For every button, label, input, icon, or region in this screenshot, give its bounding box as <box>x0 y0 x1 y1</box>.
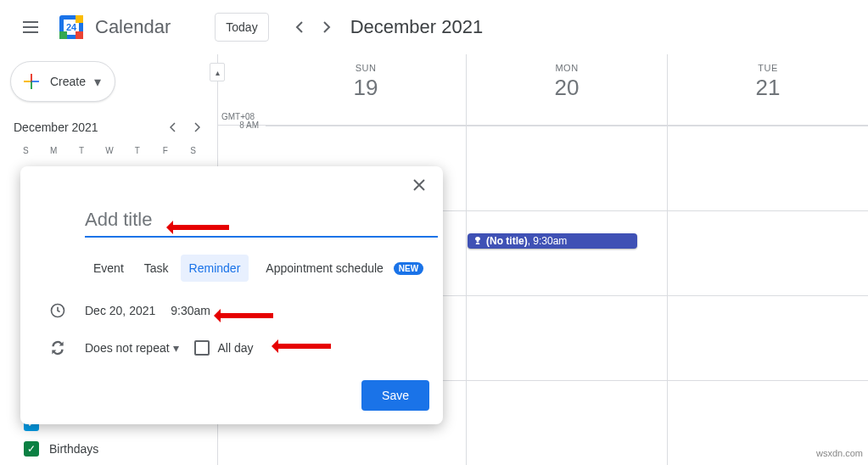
allday-checkbox[interactable] <box>194 340 210 356</box>
prev-period-button[interactable] <box>286 14 313 41</box>
grid-cell[interactable] <box>668 211 868 295</box>
svg-rect-3 <box>59 31 67 39</box>
today-button[interactable]: Today <box>215 13 268 42</box>
allday-label: All day <box>218 341 254 355</box>
time-field[interactable]: 9:30am <box>171 304 210 317</box>
svg-text:24: 24 <box>66 22 77 32</box>
date-nav <box>286 14 340 41</box>
svg-rect-9 <box>32 81 39 82</box>
calendar-logo: 24 <box>54 10 88 44</box>
event-type-tabs: Event Task Reminder Appointment schedule… <box>85 255 433 282</box>
day-header[interactable]: TUE 21 <box>668 54 868 125</box>
mini-weekdays: SMTWTFS <box>10 146 207 155</box>
mini-prev-button[interactable] <box>163 117 183 137</box>
mini-calendar-header: December 2021 <box>10 117 207 137</box>
grid-cell[interactable] <box>467 211 668 295</box>
day-of-week: SUN <box>266 63 466 73</box>
weekday-label: S <box>179 146 207 155</box>
clock-icon <box>31 302 85 319</box>
current-date-range[interactable]: December 2021 <box>350 16 484 38</box>
svg-rect-4 <box>76 31 83 39</box>
close-icon <box>412 178 426 192</box>
close-button[interactable] <box>406 171 433 199</box>
grid-cell[interactable] <box>467 381 668 465</box>
annotation-arrow <box>275 344 331 349</box>
svg-rect-7 <box>24 81 31 82</box>
weekday-label: M <box>40 146 68 155</box>
grid-cell[interactable] <box>668 296 868 380</box>
tab-reminder[interactable]: Reminder <box>181 255 249 282</box>
day-number: 19 <box>266 75 466 101</box>
title-input[interactable] <box>85 204 438 238</box>
plus-icon <box>21 71 42 92</box>
app-header: 24 Calendar Today December 2021 <box>0 0 868 54</box>
next-period-button[interactable] <box>313 14 340 41</box>
weekday-label: W <box>96 146 124 155</box>
create-reminder-dialog: Event Task Reminder Appointment schedule… <box>20 166 443 424</box>
weekday-label: T <box>123 146 151 155</box>
repeat-select[interactable]: Does not repeat ▾ <box>85 341 179 355</box>
hamburger-icon <box>23 21 38 33</box>
create-button[interactable]: Create ▾ <box>10 61 115 102</box>
calendar-checkbox[interactable]: ✓ <box>24 441 39 457</box>
new-badge: NEW <box>394 262 423 275</box>
svg-rect-10 <box>31 81 32 82</box>
svg-rect-2 <box>76 15 83 23</box>
mini-month-label: December 2021 <box>14 120 98 134</box>
tab-appointment-schedule[interactable]: Appointment schedule <box>266 255 387 282</box>
weekday-label: T <box>68 146 96 155</box>
timezone-label: ▴ GMT+08 <box>218 54 266 125</box>
event-chip[interactable]: (No title), 9:30am <box>468 233 637 249</box>
day-of-week: MON <box>467 63 667 73</box>
grid-cell[interactable] <box>467 296 668 380</box>
day-header[interactable]: SUN 19 <box>266 54 467 125</box>
create-label: Create <box>50 75 86 88</box>
annotation-arrow <box>170 225 229 230</box>
mini-next-button[interactable] <box>187 117 207 137</box>
caret-down-icon: ▾ <box>94 74 101 90</box>
day-number: 20 <box>467 75 667 101</box>
annotation-arrow <box>217 313 273 318</box>
day-of-week: TUE <box>668 63 868 73</box>
calendar-list-item[interactable]: ✓ Birthdays <box>24 441 98 457</box>
weekday-label: F <box>151 146 179 155</box>
svg-rect-6 <box>31 74 32 81</box>
day-header[interactable]: MON 20 <box>467 54 668 125</box>
tab-event[interactable]: Event <box>85 255 132 282</box>
grid-cell[interactable] <box>467 126 668 210</box>
calendar-label: Birthdays <box>49 442 98 456</box>
tab-task[interactable]: Task <box>136 255 177 282</box>
day-number: 21 <box>668 75 868 101</box>
scroll-up-button[interactable]: ▴ <box>210 63 225 81</box>
watermark: wsxdn.com <box>816 448 863 458</box>
event-title: (No title), 9:30am <box>486 235 567 247</box>
main-menu-button[interactable] <box>10 7 51 48</box>
repeat-icon <box>31 339 85 356</box>
save-button[interactable]: Save <box>361 380 429 411</box>
date-field[interactable]: Dec 20, 2021 <box>85 304 155 317</box>
app-title: Calendar <box>95 16 171 38</box>
reminder-icon <box>473 236 483 246</box>
weekday-label: S <box>12 146 40 155</box>
grid-cell[interactable] <box>668 126 868 210</box>
svg-rect-8 <box>31 82 32 89</box>
